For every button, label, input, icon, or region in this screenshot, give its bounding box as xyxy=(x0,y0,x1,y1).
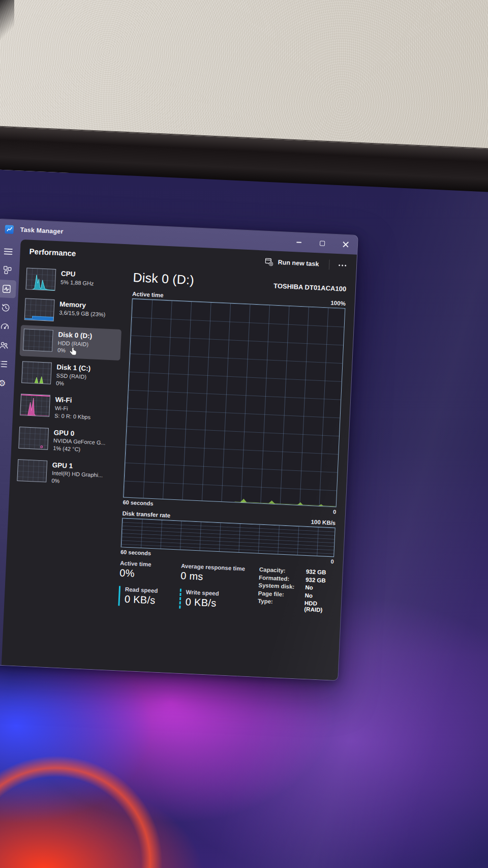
metric-value: 0% xyxy=(119,567,181,581)
property-row-type: Type: HDD (RAID) xyxy=(257,598,332,614)
nav-users[interactable] xyxy=(0,336,14,355)
details-icon xyxy=(0,360,8,368)
startup-apps-icon xyxy=(0,322,9,331)
active-time-x-right: 0 xyxy=(333,508,337,515)
metric-value: 0 KB/s xyxy=(185,596,256,611)
hand-cursor-icon xyxy=(68,346,78,358)
active-time-y-max: 100% xyxy=(330,300,346,307)
metric-avg-response: Average response time 0 ms xyxy=(180,563,258,586)
run-new-task-button[interactable]: Run new task xyxy=(259,254,325,272)
maximize-button[interactable] xyxy=(310,234,334,253)
metric-write-speed: Write speed 0 KB/s xyxy=(179,589,256,612)
gpu0-mini-chart xyxy=(18,427,49,450)
active-time-chart-label: Active time xyxy=(132,291,164,298)
transfer-rate-y-max: 100 KB/s xyxy=(311,519,336,526)
more-options-button[interactable] xyxy=(333,259,352,272)
device-model: TOSHIBA DT01ACA100 xyxy=(273,282,347,292)
hamburger-menu-button[interactable] xyxy=(0,242,18,261)
rail-spacer xyxy=(0,392,2,642)
nav-startup-apps[interactable] xyxy=(0,317,15,336)
titlebar-drag-area[interactable] xyxy=(63,232,287,242)
property-value: HDD (RAID) xyxy=(304,600,332,613)
task-manager-window: Task Manager xyxy=(0,219,358,681)
hamburger-menu-icon xyxy=(4,248,13,255)
disk-title: Disk 0 (D:) xyxy=(133,270,194,287)
active-time-x-left: 60 seconds xyxy=(123,499,153,506)
metric-value: 0 ms xyxy=(180,570,257,585)
transfer-rate-x-right: 0 xyxy=(330,558,334,564)
metric-active-time: Active time 0% xyxy=(119,560,181,582)
active-time-chart xyxy=(123,298,345,507)
perf-item-sub: 3,6/15,9 GB (23%) xyxy=(59,309,106,318)
property-label: Type: xyxy=(257,598,304,612)
header-divider xyxy=(329,259,330,270)
header-spacer xyxy=(76,253,259,261)
gpu1-mini-chart xyxy=(17,459,47,483)
processes-icon xyxy=(3,265,12,275)
monitor: Task Manager xyxy=(0,125,488,868)
wall-corner-shadow xyxy=(0,0,14,41)
run-new-task-icon xyxy=(265,258,273,266)
close-button[interactable] xyxy=(333,235,357,254)
window-title: Task Manager xyxy=(20,226,63,235)
metric-read-speed: Read speed 0 KB/s xyxy=(118,586,180,609)
disk1-mini-chart xyxy=(21,361,52,384)
ellipsis-icon xyxy=(345,264,346,266)
property-label: Page file: xyxy=(258,590,305,598)
perf-item-sub: 5% 1,88 GHz xyxy=(60,278,94,287)
property-label: Formatted: xyxy=(259,574,306,582)
disk-properties: Capacity: 932 GB Formatted: 932 GB xyxy=(257,566,333,615)
desktop-wallpaper: Task Manager xyxy=(0,168,488,868)
perf-item-disk1[interactable]: Disk 1 (C:) SSD (RAID) 0% xyxy=(18,357,120,393)
perf-item-sub2: 0% xyxy=(56,379,90,388)
close-icon xyxy=(343,242,349,248)
perf-item-memory[interactable]: Memory 3,6/15,9 GB (23%) xyxy=(21,294,123,328)
nav-details[interactable] xyxy=(0,355,13,374)
minimize-button[interactable] xyxy=(287,233,311,252)
ellipsis-icon xyxy=(339,264,340,266)
perf-item-gpu0[interactable]: GPU 0 NVIDIA GeForce G... 1% (42 °C) xyxy=(15,423,117,459)
transfer-rate-chart-label: Disk transfer rate xyxy=(122,510,170,518)
property-value: 932 GB xyxy=(306,568,326,576)
maximize-icon xyxy=(320,241,325,246)
nav-performance[interactable] xyxy=(0,280,16,298)
property-label: Capacity: xyxy=(259,566,306,575)
metric-value: 0 KB/s xyxy=(124,593,179,608)
disk0-mini-chart xyxy=(23,328,53,352)
task-manager-logo xyxy=(5,225,14,234)
property-label: System disk: xyxy=(258,582,305,590)
ellipsis-icon xyxy=(342,264,343,266)
performance-icon xyxy=(2,284,11,293)
nav-services[interactable]: ⚙ xyxy=(0,374,12,393)
property-value: No xyxy=(305,584,313,591)
services-icon: ⚙ xyxy=(0,378,6,388)
perf-item-cpu[interactable]: CPU 5% 1,88 GHz xyxy=(22,264,124,297)
nav-processes[interactable] xyxy=(0,261,17,280)
disk-detail-panel: Disk 0 (D:) TOSHIBA DT01ACA100 Active ti… xyxy=(108,266,356,681)
perf-item-wifi[interactable]: Wi-Fi Wi-Fi S: 0 R: 0 Kbps xyxy=(17,390,119,426)
performance-list: CPU 5% 1,88 GHz Memory xyxy=(2,262,127,671)
perf-item-disk0[interactable]: Disk 0 (D:) HDD (RAID) 0% xyxy=(19,325,121,361)
cpu-mini-chart xyxy=(25,267,56,291)
metric-group: Active time 0% Average response time 0 m… xyxy=(118,560,257,612)
run-new-task-label: Run new task xyxy=(278,259,319,268)
content-card: Performance Run new task xyxy=(2,240,357,681)
minimize-icon xyxy=(296,242,301,243)
transfer-rate-x-left: 60 seconds xyxy=(120,549,151,556)
users-icon xyxy=(0,341,9,350)
property-value: No xyxy=(304,592,313,598)
page-title: Performance xyxy=(29,247,76,257)
perf-item-sub2: S: 0 R: 0 Kbps xyxy=(54,412,91,421)
nav-app-history[interactable] xyxy=(0,298,16,317)
property-value: 932 GB xyxy=(306,576,326,583)
perf-item-gpu1[interactable]: GPU 1 Intel(R) HD Graphi... 0% xyxy=(14,456,116,491)
photo-scene: Task Manager xyxy=(0,0,488,868)
memory-mini-chart xyxy=(24,298,55,321)
wifi-mini-chart xyxy=(20,394,50,417)
app-history-icon xyxy=(1,303,10,312)
